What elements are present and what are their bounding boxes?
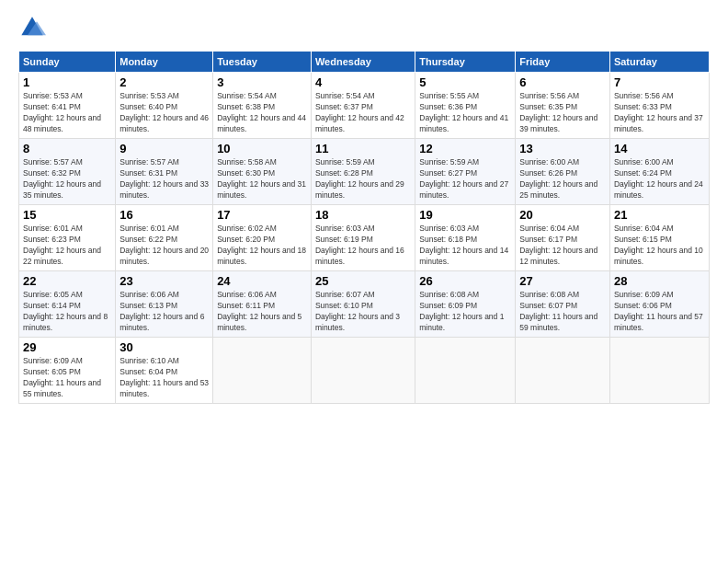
cell-info: Sunrise: 6:00 AMSunset: 6:24 PMDaylight:… [614,157,705,201]
calendar-cell: 27 Sunrise: 6:08 AMSunset: 6:07 PMDaylig… [516,271,610,338]
logo [18,14,48,41]
day-number: 8 [23,142,111,155]
calendar-cell: 30 Sunrise: 6:10 AMSunset: 6:04 PMDaylig… [116,338,213,404]
day-number: 19 [419,208,511,222]
calendar-cell: 2 Sunrise: 5:53 AMSunset: 6:40 PMDayligh… [116,73,213,139]
cell-info: Sunrise: 6:10 AMSunset: 6:04 PMDaylight:… [119,356,209,400]
cell-info: Sunrise: 6:08 AMSunset: 6:07 PMDaylight:… [519,290,606,334]
week-row-3: 15 Sunrise: 6:01 AMSunset: 6:23 PMDaylig… [19,205,710,271]
day-number: 26 [419,274,511,288]
calendar-cell: 26 Sunrise: 6:08 AMSunset: 6:09 PMDaylig… [415,271,516,338]
day-number: 16 [119,208,209,222]
day-number: 7 [614,75,705,89]
cell-info: Sunrise: 5:57 AMSunset: 6:31 PMDaylight:… [119,157,209,201]
calendar-cell: 3 Sunrise: 5:54 AMSunset: 6:38 PMDayligh… [213,73,312,139]
day-number: 1 [23,75,111,89]
cell-info: Sunrise: 5:54 AMSunset: 6:37 PMDaylight:… [315,91,411,135]
week-row-4: 22 Sunrise: 6:05 AMSunset: 6:14 PMDaylig… [19,271,710,338]
cell-info: Sunrise: 5:53 AMSunset: 6:41 PMDaylight:… [23,91,111,135]
cell-info: Sunrise: 5:59 AMSunset: 6:28 PMDaylight:… [315,157,411,201]
cell-info: Sunrise: 5:57 AMSunset: 6:32 PMDaylight:… [23,157,111,201]
cell-info: Sunrise: 6:00 AMSunset: 6:26 PMDaylight:… [519,157,606,201]
calendar-cell: 13 Sunrise: 6:00 AMSunset: 6:26 PMDaylig… [516,139,610,205]
cell-info: Sunrise: 5:55 AMSunset: 6:36 PMDaylight:… [419,91,511,135]
cell-info: Sunrise: 6:09 AMSunset: 6:05 PMDaylight:… [23,356,111,400]
day-number: 11 [315,142,411,155]
cell-info: Sunrise: 5:53 AMSunset: 6:40 PMDaylight:… [119,91,209,135]
cell-info: Sunrise: 6:01 AMSunset: 6:23 PMDaylight:… [23,224,111,268]
col-header-wednesday: Wednesday [311,52,415,73]
day-number: 24 [217,274,307,288]
header [18,14,710,41]
calendar-cell: 1 Sunrise: 5:53 AMSunset: 6:41 PMDayligh… [19,73,116,139]
week-row-2: 8 Sunrise: 5:57 AMSunset: 6:32 PMDayligh… [19,139,710,205]
day-number: 10 [217,142,307,155]
cell-info: Sunrise: 6:09 AMSunset: 6:06 PMDaylight:… [614,290,705,334]
cell-info: Sunrise: 6:04 AMSunset: 6:17 PMDaylight:… [519,224,606,268]
cell-info: Sunrise: 6:04 AMSunset: 6:15 PMDaylight:… [614,224,705,268]
cell-info: Sunrise: 6:06 AMSunset: 6:11 PMDaylight:… [217,290,307,334]
calendar-cell [213,338,312,404]
col-header-sunday: Sunday [19,52,116,73]
day-number: 21 [614,208,705,222]
calendar-cell: 11 Sunrise: 5:59 AMSunset: 6:28 PMDaylig… [311,139,415,205]
day-number: 25 [315,274,411,288]
calendar-cell: 6 Sunrise: 5:56 AMSunset: 6:35 PMDayligh… [516,73,610,139]
cell-info: Sunrise: 6:02 AMSunset: 6:20 PMDaylight:… [217,224,307,268]
logo-icon [18,14,46,41]
col-header-friday: Friday [516,52,610,73]
cell-info: Sunrise: 6:01 AMSunset: 6:22 PMDaylight:… [119,224,209,268]
calendar-cell: 20 Sunrise: 6:04 AMSunset: 6:17 PMDaylig… [516,205,610,271]
calendar-cell: 7 Sunrise: 5:56 AMSunset: 6:33 PMDayligh… [609,73,709,139]
day-number: 3 [217,75,307,89]
calendar-cell [609,338,709,404]
day-number: 12 [419,142,511,155]
calendar-cell: 17 Sunrise: 6:02 AMSunset: 6:20 PMDaylig… [213,205,312,271]
col-header-tuesday: Tuesday [213,52,312,73]
calendar-cell: 29 Sunrise: 6:09 AMSunset: 6:05 PMDaylig… [19,338,116,404]
day-number: 23 [119,274,209,288]
calendar-cell [516,338,610,404]
day-number: 4 [315,75,411,89]
calendar-cell: 23 Sunrise: 6:06 AMSunset: 6:13 PMDaylig… [116,271,213,338]
calendar-cell: 16 Sunrise: 6:01 AMSunset: 6:22 PMDaylig… [116,205,213,271]
calendar-cell: 24 Sunrise: 6:06 AMSunset: 6:11 PMDaylig… [213,271,312,338]
calendar-cell: 5 Sunrise: 5:55 AMSunset: 6:36 PMDayligh… [415,73,516,139]
calendar-cell: 22 Sunrise: 6:05 AMSunset: 6:14 PMDaylig… [19,271,116,338]
calendar-cell: 28 Sunrise: 6:09 AMSunset: 6:06 PMDaylig… [609,271,709,338]
col-header-monday: Monday [116,52,213,73]
day-number: 22 [23,274,111,288]
calendar-header-row: SundayMondayTuesdayWednesdayThursdayFrid… [19,52,710,73]
cell-info: Sunrise: 6:07 AMSunset: 6:10 PMDaylight:… [315,290,411,334]
calendar-cell: 15 Sunrise: 6:01 AMSunset: 6:23 PMDaylig… [19,205,116,271]
cell-info: Sunrise: 5:58 AMSunset: 6:30 PMDaylight:… [217,157,307,201]
cell-info: Sunrise: 6:05 AMSunset: 6:14 PMDaylight:… [23,290,111,334]
cell-info: Sunrise: 5:56 AMSunset: 6:35 PMDaylight:… [519,91,606,135]
week-row-5: 29 Sunrise: 6:09 AMSunset: 6:05 PMDaylig… [19,338,710,404]
calendar-cell [415,338,516,404]
calendar-cell: 25 Sunrise: 6:07 AMSunset: 6:10 PMDaylig… [311,271,415,338]
cell-info: Sunrise: 5:59 AMSunset: 6:27 PMDaylight:… [419,157,511,201]
cell-info: Sunrise: 6:03 AMSunset: 6:19 PMDaylight:… [315,224,411,268]
col-header-thursday: Thursday [415,52,516,73]
day-number: 29 [23,340,111,354]
day-number: 13 [519,142,606,155]
day-number: 5 [419,75,511,89]
calendar-cell: 18 Sunrise: 6:03 AMSunset: 6:19 PMDaylig… [311,205,415,271]
day-number: 9 [119,142,209,155]
day-number: 14 [614,142,705,155]
day-number: 2 [119,75,209,89]
calendar-table: SundayMondayTuesdayWednesdayThursdayFrid… [18,51,710,404]
day-number: 17 [217,208,307,222]
calendar-cell: 21 Sunrise: 6:04 AMSunset: 6:15 PMDaylig… [609,205,709,271]
col-header-saturday: Saturday [609,52,709,73]
calendar-cell: 4 Sunrise: 5:54 AMSunset: 6:37 PMDayligh… [311,73,415,139]
cell-info: Sunrise: 6:06 AMSunset: 6:13 PMDaylight:… [119,290,209,334]
calendar-cell: 10 Sunrise: 5:58 AMSunset: 6:30 PMDaylig… [213,139,312,205]
day-number: 15 [23,208,111,222]
calendar-cell: 9 Sunrise: 5:57 AMSunset: 6:31 PMDayligh… [116,139,213,205]
calendar-cell: 8 Sunrise: 5:57 AMSunset: 6:32 PMDayligh… [19,139,116,205]
cell-info: Sunrise: 5:56 AMSunset: 6:33 PMDaylight:… [614,91,705,135]
day-number: 27 [519,274,606,288]
day-number: 20 [519,208,606,222]
